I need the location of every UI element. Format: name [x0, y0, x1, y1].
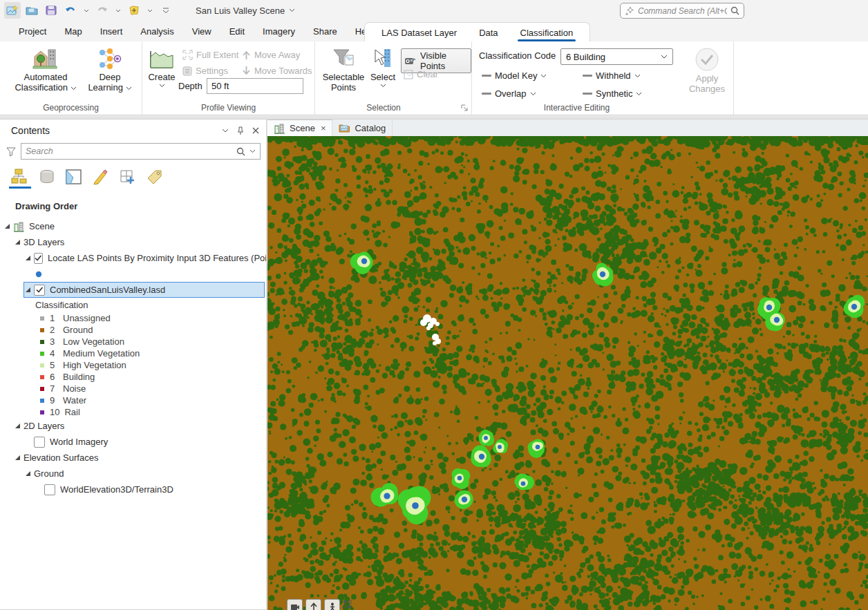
legend-item-rail[interactable]: 10Rail — [0, 406, 266, 418]
nav-camera-button[interactable] — [287, 599, 303, 610]
redo-dropdown-icon[interactable] — [113, 9, 123, 12]
list-by-data-source-tab[interactable] — [38, 168, 56, 186]
layer-checkbox[interactable] — [34, 285, 45, 296]
add-data-icon[interactable] — [126, 2, 142, 19]
model-key-button[interactable]: Model Key — [482, 70, 547, 81]
legend-item-building[interactable]: 6Building — [0, 371, 266, 383]
move-towards-button[interactable]: Move Towards — [242, 66, 312, 76]
list-by-snapping-tab[interactable] — [119, 168, 137, 186]
legend-item-ground[interactable]: 2Ground — [0, 324, 266, 336]
expander-icon[interactable] — [15, 239, 23, 245]
layer-checkbox[interactable] — [34, 253, 43, 264]
ribbon-tab-imagery[interactable]: Imagery — [254, 21, 304, 41]
automated-classification-button[interactable]: Automated Classification — [10, 46, 82, 94]
tree-item-world-elevation[interactable]: WorldElevation3D/Terrain3D — [0, 482, 266, 497]
contents-search-box[interactable] — [21, 143, 261, 160]
legend-item-water[interactable]: 9Water — [0, 394, 266, 406]
list-by-editing-tab[interactable] — [92, 168, 110, 186]
command-search-input[interactable] — [638, 6, 727, 16]
ribbon-tab-las-dataset-layer[interactable]: LAS Dataset Layer — [370, 23, 468, 42]
undo-icon[interactable] — [62, 2, 79, 19]
nav-walk-button[interactable] — [324, 599, 340, 610]
tree-item-world-imagery[interactable]: World Imagery — [0, 434, 266, 450]
tree-item-label: Elevation Surfaces — [23, 452, 98, 463]
depth-input[interactable] — [207, 78, 303, 94]
list-by-labeling-tab[interactable] — [146, 168, 164, 186]
view-tab-scene[interactable]: Scene× — [267, 120, 332, 136]
select-button[interactable]: Select — [368, 46, 398, 89]
legend-item-high-vegetation[interactable]: 5High Vegetation — [0, 359, 266, 371]
ribbon-tab-project[interactable]: Project — [10, 21, 55, 41]
ribbon-tab-map[interactable]: Map — [55, 21, 91, 41]
nav-grid-icon[interactable] — [343, 600, 352, 609]
ribbon-tab-data[interactable]: Data — [468, 23, 509, 42]
tree-item-combined-lasd[interactable]: CombinedSanLuisValley.lasd — [0, 282, 266, 298]
tree-item-locate-las-points[interactable]: Locate LAS Points By Proximity Input 3D … — [0, 250, 266, 266]
legend-item-medium-vegetation[interactable]: 4Medium Vegetation — [0, 347, 266, 359]
ribbon-tab-insert[interactable]: Insert — [91, 21, 132, 41]
close-tab-icon[interactable]: × — [321, 123, 326, 133]
pin-icon[interactable] — [237, 126, 244, 135]
panel-menu-chevron-icon[interactable] — [222, 128, 229, 133]
open-project-icon[interactable] — [23, 2, 40, 19]
clear-selection-button[interactable]: Clear — [404, 69, 438, 79]
ribbon-tab-classification[interactable]: Classification — [509, 23, 585, 42]
scene-canvas[interactable] — [267, 136, 868, 610]
command-search[interactable] — [620, 3, 744, 19]
legend-item-unassigned[interactable]: 1Unassigned — [0, 312, 266, 324]
filter-icon[interactable] — [4, 147, 18, 156]
profile-settings-button[interactable]: Settings — [182, 66, 228, 76]
withheld-button[interactable]: Withheld — [583, 70, 641, 81]
classification-code-select[interactable]: 6 Building — [560, 48, 673, 65]
ribbon-tab-edit[interactable]: Edit — [220, 21, 254, 41]
expander-icon[interactable] — [25, 255, 34, 261]
selection-dialog-launcher-icon[interactable] — [460, 104, 469, 112]
close-panel-icon[interactable] — [252, 127, 259, 134]
contents-search-input[interactable] — [26, 146, 232, 156]
ribbon-tab-share[interactable]: Share — [304, 21, 346, 41]
ribbon-tab-analysis[interactable]: Analysis — [131, 21, 182, 41]
move-away-button[interactable]: Move Away — [242, 50, 300, 60]
point-symbol[interactable] — [0, 266, 266, 282]
synthetic-button[interactable]: Synthetic — [583, 88, 642, 99]
layer-checkbox[interactable] — [44, 484, 55, 495]
search-options-chevron-icon[interactable] — [249, 149, 256, 153]
add-data-dropdown-icon[interactable] — [145, 9, 155, 12]
document-title[interactable]: San Luis Valley Scene — [196, 0, 295, 21]
tree-item-3d-layers[interactable]: 3D Layers — [0, 234, 266, 250]
overlap-button[interactable]: Overlap — [482, 88, 536, 99]
legend-item-noise[interactable]: 7Noise — [0, 383, 266, 394]
expander-icon[interactable] — [25, 287, 34, 293]
view-tab-catalog[interactable]: Catalog — [332, 120, 393, 136]
new-project-icon[interactable] — [4, 2, 21, 19]
expander-icon[interactable] — [15, 455, 23, 461]
expander-icon[interactable] — [25, 470, 34, 477]
tree-item-ground[interactable]: Ground — [0, 466, 266, 482]
list-by-drawing-order-tab[interactable] — [11, 168, 29, 186]
list-by-selection-tab[interactable] — [65, 168, 83, 186]
selectable-points-button[interactable]: Selectable Points — [321, 46, 366, 94]
customize-qat-icon[interactable] — [158, 2, 174, 19]
layer-checkbox[interactable] — [34, 437, 45, 448]
ribbon-group-apply: Apply Changes — [681, 41, 734, 115]
scene-viewport[interactable] — [267, 136, 868, 610]
tree-item-2d-layers[interactable]: 2D Layers — [0, 418, 266, 434]
redo-icon[interactable] — [94, 2, 111, 19]
legend-label: Low Vegetation — [63, 336, 124, 347]
save-project-icon[interactable] — [43, 2, 59, 19]
ribbon-tab-view[interactable]: View — [183, 21, 220, 41]
create-profile-button[interactable]: Create — [145, 46, 178, 89]
nav-move-up-button[interactable] — [305, 599, 321, 610]
legend-item-low-vegetation[interactable]: 3Low Vegetation — [0, 336, 266, 347]
dash-icon — [482, 75, 491, 77]
apply-changes-button[interactable]: Apply Changes — [686, 46, 728, 95]
expander-icon[interactable] — [15, 423, 23, 429]
full-extent-button[interactable]: Full Extent — [182, 50, 238, 60]
undo-dropdown-icon[interactable] — [82, 9, 91, 12]
expander-icon[interactable] — [4, 223, 13, 229]
search-magnifier-icon[interactable] — [236, 147, 245, 156]
command-search-magnifier-icon[interactable] — [730, 6, 739, 15]
deep-learning-button[interactable]: Deep Learning — [84, 46, 135, 94]
tree-item-scene[interactable]: Scene — [0, 218, 266, 234]
tree-item-elevation-surfaces[interactable]: Elevation Surfaces — [0, 450, 266, 466]
